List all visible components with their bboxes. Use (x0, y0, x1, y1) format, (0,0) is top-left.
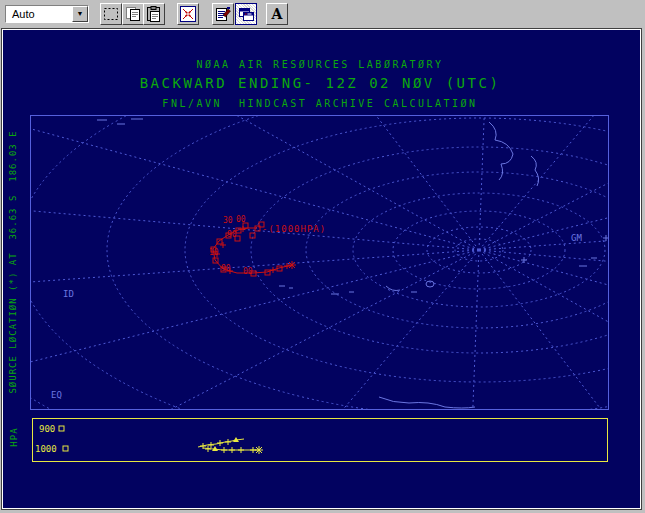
tick-plus-marker (220, 242, 226, 248)
canvas-text: ID (63, 289, 74, 299)
latitude-ring (31, 116, 608, 409)
canvas-text: 00 (236, 215, 246, 224)
tick-square-marker (63, 446, 68, 451)
source-star-marker (288, 261, 296, 269)
latitude-ring (107, 116, 608, 409)
meridian-line (479, 250, 608, 312)
paste-icon (146, 6, 162, 22)
latitude-ring (31, 116, 608, 409)
canvas-text: 30 (223, 216, 233, 225)
meridian-line (479, 250, 608, 409)
canvas-text: 90 (227, 230, 237, 239)
canvas-text: EQ (51, 390, 62, 400)
expand-arrows-icon (180, 6, 196, 22)
tick-plus-marker (229, 447, 235, 453)
canvas-text: -(1000HPA) (262, 224, 326, 234)
latlon-grid (31, 116, 608, 409)
plot-title-line3: FNL/AVN HINDCAST ARCHIVE CALCULATIØN (30, 98, 610, 109)
copy-icon (125, 6, 141, 22)
tick-plus-marker (270, 267, 276, 273)
latitude-ring (31, 116, 608, 409)
show-annotations-button[interactable] (235, 3, 257, 25)
fit-to-window-button[interactable] (177, 3, 199, 25)
canvas-text: 90 (221, 264, 231, 273)
pressure-axis-label: HPA (9, 417, 19, 457)
toolbar: Auto ▼ (0, 0, 645, 28)
annotation-properties-button[interactable] (212, 3, 234, 25)
zoom-combobox[interactable]: Auto ▼ (5, 5, 89, 23)
tick-plus-marker (221, 447, 227, 453)
height-profile-canvas: 9001000 (33, 419, 607, 461)
plot-client-area: NØAA AIR RESØURCES LABØRATØRY BACKWARD E… (2, 29, 641, 509)
tick-plus-marker (208, 442, 214, 448)
overlapping-windows-icon (238, 6, 254, 22)
canvas-text: GM (571, 233, 582, 243)
tick-plus-marker (217, 440, 223, 446)
meridian-line (479, 250, 608, 409)
meridian-line (479, 116, 608, 250)
tick-plus-marker (225, 439, 231, 445)
combobox-dropdown-button[interactable]: ▼ (72, 6, 88, 22)
tick-plus-marker (205, 446, 211, 452)
canvas-text: 10 (209, 248, 219, 257)
tick-plus-marker (603, 235, 608, 241)
drag-select-button[interactable] (100, 3, 122, 25)
meridian-line (479, 116, 608, 250)
height-profile-panel: 9001000 (32, 418, 608, 462)
meridian-line (479, 116, 492, 250)
latitude-ring (306, 172, 608, 328)
meridian-line (31, 250, 479, 301)
latitude-ring (185, 118, 608, 382)
source-star-marker (255, 446, 263, 454)
meridian-line (479, 250, 608, 409)
plot-title-line1: NØAA AIR RESØURCES LABØRATØRY (30, 59, 610, 70)
imaging-viewer-window: Auto ▼ (0, 0, 645, 513)
text-tool-button[interactable]: A (266, 3, 288, 25)
latitude-ring (251, 147, 608, 353)
tick-square-marker (59, 426, 64, 431)
map-canvas: GMIDEQ300090109000-(1000HPA) (31, 116, 608, 409)
meridian-line (466, 250, 479, 409)
page-and-pen-icon (215, 6, 231, 22)
canvas-text: 1000 (35, 444, 57, 454)
marquee-selection-icon (103, 6, 119, 22)
plot-title-line2: BACKWARD ENDING- 12Z 02 NØV (UTC) (30, 75, 610, 91)
trajectory-map: GMIDEQ300090109000-(1000HPA) (30, 115, 609, 410)
canvas-text: 900 (39, 424, 55, 434)
paste-button[interactable] (143, 3, 165, 25)
zoom-combobox-value: Auto (12, 8, 35, 20)
canvas-text: 00 (243, 267, 253, 276)
tick-plus-marker (521, 257, 527, 263)
copy-button[interactable] (122, 3, 144, 25)
letter-a-icon: A (272, 6, 283, 22)
meridian-line (479, 116, 608, 250)
source-location-label: SØURCE LØCATIØN (*) AT 36.63 S 186.03 E (8, 102, 20, 422)
tick-plus-marker (238, 447, 244, 453)
meridian-line (31, 188, 479, 250)
